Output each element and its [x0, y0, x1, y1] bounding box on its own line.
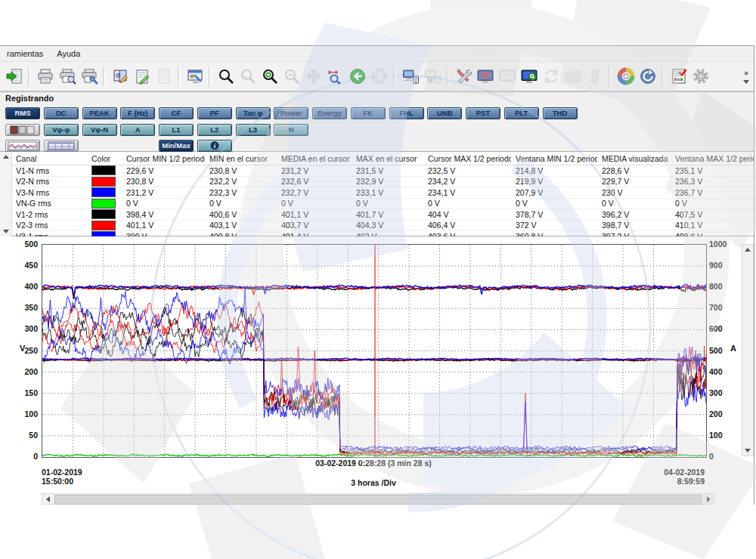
- tab-thd[interactable]: THD: [543, 107, 578, 119]
- print-setup-icon[interactable]: [78, 66, 100, 88]
- nav-back-icon[interactable]: [346, 66, 368, 88]
- right-axis-tick: 500: [709, 346, 739, 355]
- cell-value: 231,5 V: [352, 166, 423, 175]
- channel-devices-button[interactable]: [5, 124, 40, 136]
- tab-fhz[interactable]: F (Hz): [120, 107, 155, 119]
- series-v3-1-rms: [42, 284, 706, 296]
- table-row-v1-2-rms[interactable]: V1-2 rms398,4 V400,6 V401,1 V401,7 V404 …: [11, 209, 754, 221]
- tab-pst[interactable]: PST: [466, 107, 500, 119]
- table-scroll-down-icon[interactable]: [0, 227, 11, 236]
- tab-l3[interactable]: L3: [236, 124, 271, 136]
- tools-icon[interactable]: [452, 66, 474, 88]
- overflow-chevrons: »: [744, 69, 748, 77]
- right-axis-tick: 1000: [709, 239, 739, 249]
- import-data-icon[interactable]: [3, 66, 25, 88]
- chart-scroll-right-icon[interactable]: [703, 494, 714, 504]
- info-button[interactable]: i: [197, 140, 232, 152]
- tab-n[interactable]: N: [274, 124, 308, 136]
- cell-value: 400,6 V: [205, 210, 277, 219]
- stage: ramientasAyuda @ » Registrando RMSDCPEAK…: [0, 0, 756, 559]
- cell-value: 232,9 V: [352, 177, 423, 186]
- table-row-v2-3-rms[interactable]: V2-3 rms401,1 V403,1 V403,7 V404,3 V406,…: [11, 221, 754, 232]
- chart-vertical-scrollbar[interactable]: [742, 244, 754, 456]
- table-scroll-up-icon[interactable]: [0, 152, 11, 162]
- tab-unb[interactable]: UNB: [427, 107, 462, 119]
- tab-peak[interactable]: PEAK: [82, 107, 117, 119]
- tab-energy[interactable]: Energy: [312, 107, 347, 119]
- series-a1-rms: [42, 324, 706, 455]
- chart-scroll-up-icon[interactable]: [742, 245, 753, 255]
- left-axis-tick: 500: [6, 239, 38, 249]
- tab-row-view: Min/Maxi: [0, 140, 754, 152]
- chart-plot[interactable]: [42, 244, 707, 458]
- view-graph-button[interactable]: [5, 140, 40, 152]
- col-header: Canal: [11, 154, 87, 163]
- settings-gear-icon[interactable]: [689, 66, 711, 88]
- monitor-search-icon[interactable]: [518, 66, 540, 88]
- menu-item-ayuda[interactable]: Ayuda: [50, 47, 87, 60]
- chart-scroll-left-icon[interactable]: [42, 494, 53, 504]
- zoom-window-icon[interactable]: [324, 66, 346, 88]
- tab-l1[interactable]: L1: [159, 124, 194, 136]
- left-axis-tick: 300: [6, 324, 38, 333]
- tab-dc[interactable]: DC: [44, 107, 79, 119]
- tab-fk[interactable]: FK: [351, 107, 386, 119]
- tab-v[interactable]: Vφ-φ: [44, 124, 79, 136]
- print-icon[interactable]: [34, 66, 56, 88]
- tab-fhl[interactable]: FHL: [389, 107, 424, 119]
- right-axis-tick: 300: [709, 388, 739, 397]
- zoom-icon[interactable]: [215, 66, 237, 88]
- toolbar-separator: [178, 66, 181, 86]
- color-wheel-icon[interactable]: [615, 66, 637, 88]
- cell-value: 234,2 V: [423, 177, 511, 186]
- channel-name: V3-N rms: [11, 188, 87, 197]
- print-preview-icon[interactable]: [56, 66, 78, 88]
- cell-value: 231,2 V: [277, 166, 352, 175]
- zoom-previous-icon: [237, 66, 259, 88]
- hscroll-thumb[interactable]: [54, 495, 702, 505]
- tab-l2[interactable]: L2: [197, 124, 232, 136]
- cell-value: 214,8 V: [511, 166, 597, 175]
- left-axis-tick: 0: [6, 452, 38, 461]
- table-row-v3-n-rms[interactable]: V3-N rms231,2 V232,3 V232,7 V233,1 V234,…: [11, 187, 754, 199]
- x-end-label: 04-02-20198:59:59: [664, 468, 705, 486]
- address-book-icon[interactable]: @: [109, 66, 131, 88]
- cell-value: 232,3 V: [205, 188, 277, 197]
- tab-vn[interactable]: Vφ-N: [82, 124, 117, 136]
- right-axis-tick: 800: [709, 282, 739, 291]
- pc-download-icon[interactable]: [399, 66, 421, 88]
- monitor-disconnect-icon[interactable]: [474, 66, 496, 88]
- left-axis-tick: 350: [6, 303, 38, 312]
- tab-cf[interactable]: CF: [159, 107, 194, 119]
- toolbar-overflow-button[interactable]: »: [743, 69, 749, 84]
- x-scale-label: 3 horas /Div: [42, 478, 705, 487]
- zoom-in-icon[interactable]: [259, 66, 280, 88]
- tab-a[interactable]: A: [120, 124, 155, 136]
- chart-scroll-down-icon[interactable]: [742, 446, 753, 456]
- table-scrollbar[interactable]: [0, 152, 12, 236]
- left-axis-tick: 150: [6, 388, 38, 397]
- tab-row-channels: Vφ-φVφ-NAL1L2L3N: [0, 124, 754, 136]
- tab-plt[interactable]: PLT: [504, 107, 539, 119]
- tab-tan[interactable]: Tan φ: [236, 107, 271, 119]
- toolbar-separator: [28, 66, 31, 86]
- cell-value: 232,2 V: [205, 177, 277, 186]
- window-settings-icon[interactable]: [184, 66, 206, 88]
- tab-power[interactable]: Power: [274, 107, 308, 119]
- tab-rms[interactable]: RMS: [5, 107, 40, 119]
- cell-value: 232,5 V: [423, 166, 511, 175]
- chart-horizontal-scrollbar[interactable]: [42, 493, 714, 505]
- view-table-button[interactable]: [44, 140, 79, 152]
- update-blue-icon[interactable]: [637, 66, 658, 88]
- table-row-v2-n-rms[interactable]: V2-N rms230,8 V232,2 V232,6 V232,9 V234,…: [11, 177, 754, 188]
- menu-item-ramientas[interactable]: ramientas: [0, 47, 50, 60]
- capture-icon: [562, 66, 584, 88]
- edit-notes-icon[interactable]: [131, 66, 153, 88]
- table-row-v1-n-rms[interactable]: V1-N rms229,6 V230,8 V231,2 V231,5 V232,…: [11, 165, 754, 177]
- table-row-vn-g-rms[interactable]: VN-G rms0 V0 V0 V0 V0 V0 V0 V0 V: [11, 199, 754, 210]
- tab-pf[interactable]: PF: [197, 107, 232, 119]
- cell-value: 0 V: [511, 199, 597, 208]
- toolbar-separator: [103, 66, 106, 86]
- report-icon[interactable]: [668, 66, 689, 88]
- minmax-button[interactable]: Min/Max: [159, 140, 194, 152]
